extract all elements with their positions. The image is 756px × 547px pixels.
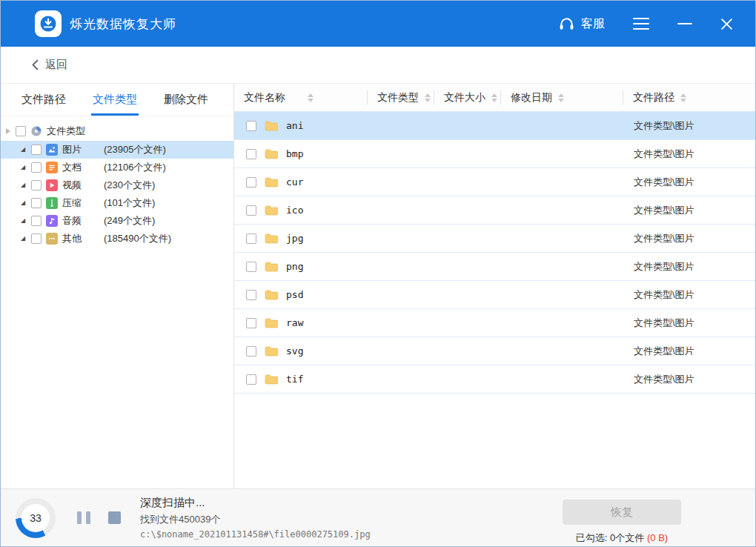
stop-button[interactable] [108,511,121,524]
close-button[interactable] [720,18,733,30]
expand-arrow-icon[interactable]: ◢ [19,200,27,206]
file-path: 文件类型\图片 [623,260,755,274]
file-path: 文件类型\图片 [623,176,755,189]
tree-root-checkbox[interactable] [16,126,26,136]
recover-button[interactable]: 恢复 [563,500,681,525]
table-row[interactable]: svg文件类型\图片 [234,337,755,365]
table-row[interactable]: ani文件类型\图片 [234,112,755,140]
row-checkbox[interactable] [246,374,256,385]
tree-item-images[interactable]: ◢ 图片 (23905个文件) [1,141,233,159]
tree-item-other[interactable]: ◢ 其他 (185490个文件) [1,230,233,248]
column-header-file-type[interactable]: 文件类型 [368,84,434,111]
tree-item-audio[interactable]: ◢ 音频 (249个文件) [1,212,233,230]
scan-progress-value: 33 [30,512,42,524]
tree-item-count: (12106个文件) [104,161,166,174]
file-path: 文件类型\图片 [623,147,755,161]
column-header-file-name[interactable]: 文件名称 [234,84,368,111]
row-checkbox[interactable] [246,121,256,131]
table-row[interactable]: cur文件类型\图片 [234,168,755,196]
row-checkbox[interactable] [246,346,256,357]
expand-arrow-icon[interactable]: ◢ [19,182,27,188]
file-path: 文件类型\图片 [623,373,755,386]
tree-item-label: 视频 [62,179,99,192]
folder-icon [265,149,278,159]
file-path: 文件类型\图片 [623,119,755,133]
tree-item-checkbox[interactable] [31,233,42,244]
expand-arrow-icon[interactable] [6,128,10,134]
file-name: svg [286,345,303,357]
table-row[interactable]: jpg文件类型\图片 [234,225,755,253]
file-name-cell: png [234,261,368,272]
app-title: 烁光数据恢复大师 [70,16,176,33]
file-path: 文件类型\图片 [623,345,755,358]
expand-arrow-icon[interactable]: ◢ [19,236,27,242]
folder-icon [265,205,278,216]
tree-item-label: 压缩 [62,196,99,210]
expand-arrow-icon[interactable]: ◢ [19,147,27,153]
sort-arrows-icon [425,93,431,102]
row-checkbox[interactable] [246,205,256,216]
tree-item-archives[interactable]: ◢ 压缩 (101个文件) [1,194,233,212]
tree-item-documents[interactable]: ◢ 文档 (12106个文件) [1,159,233,176]
row-checkbox[interactable] [246,318,256,328]
files-found-text: 找到文件450039个 [140,513,371,526]
row-checkbox[interactable] [246,149,256,159]
tree-item-checkbox[interactable] [31,145,42,155]
file-name-cell: raw [234,317,368,328]
file-name-cell: psd [234,289,368,300]
menu-button[interactable] [633,15,649,33]
tree-root-file-type[interactable]: 文件类型 [1,121,233,141]
table-row[interactable]: raw文件类型\图片 [234,309,755,337]
tree-item-checkbox[interactable] [31,198,42,208]
expand-arrow-icon[interactable]: ◢ [19,218,27,224]
tree-item-checkbox[interactable] [31,162,42,173]
folder-icon [265,262,278,272]
folder-icon [265,318,278,328]
main-content: 文件路径 文件类型 删除文件 文件类型 ◢ [1,84,755,490]
column-header-file-size[interactable]: 文件大小 [434,84,501,111]
tree-item-checkbox[interactable] [31,216,42,226]
column-header-file-path[interactable]: 文件路径 [623,84,755,111]
table-row[interactable]: tif文件类型\图片 [234,365,755,394]
row-checkbox[interactable] [246,262,256,272]
tree-item-count: (101个文件) [104,196,155,210]
other-category-icon [46,233,58,245]
folder-icon [265,121,278,131]
tree-item-checkbox[interactable] [31,180,42,190]
folder-icon [265,346,278,357]
file-path: 文件类型\图片 [623,232,755,245]
document-category-icon [46,162,58,173]
tree-item-label: 文档 [62,161,99,174]
tree-item-count: (23905个文件) [104,143,166,156]
table-row[interactable]: ico文件类型\图片 [234,196,755,225]
table-body: ani文件类型\图片bmp文件类型\图片cur文件类型\图片ico文件类型\图片… [234,112,755,394]
tab-file-path[interactable]: 文件路径 [18,84,70,116]
column-header-modified-date[interactable]: 修改日期 [501,84,623,111]
file-path: 文件类型\图片 [623,204,755,217]
app-window: 烁光数据恢复大师 客服 返回 [0,0,756,547]
minimize-button[interactable] [677,23,692,24]
tab-deleted-files[interactable]: 删除文件 [160,84,212,116]
tree-item-label: 音频 [62,214,99,228]
back-button[interactable]: 返回 [32,58,67,72]
customer-service-button[interactable]: 客服 [559,16,605,32]
file-type-tree: 文件类型 ◢ 图片 (23905个文件) ◢ [1,116,233,490]
image-category-icon [46,144,58,156]
tree-item-videos[interactable]: ◢ 视频 (230个文件) [1,176,233,194]
row-checkbox[interactable] [246,177,256,188]
file-name-cell: jpg [234,233,368,244]
row-checkbox[interactable] [246,233,256,244]
status-bar: 33 深度扫描中... 找到文件450039个 c:\$noname_20210… [1,488,755,546]
expand-arrow-icon[interactable]: ◢ [19,165,27,170]
table-row[interactable]: png文件类型\图片 [234,253,755,281]
pause-button[interactable] [76,510,92,526]
table-row[interactable]: bmp文件类型\图片 [234,140,755,168]
tab-file-type[interactable]: 文件类型 [89,84,141,116]
selection-size: (0 B) [647,532,668,543]
table-row[interactable]: psd文件类型\图片 [234,281,755,309]
file-table: 文件名称 文件类型 文件大小 修改日期 文件路径 [234,84,755,490]
tree-item-count: (185490个文件) [104,232,171,245]
folder-icon [265,290,278,300]
file-path: 文件类型\图片 [623,316,755,330]
row-checkbox[interactable] [246,290,256,300]
